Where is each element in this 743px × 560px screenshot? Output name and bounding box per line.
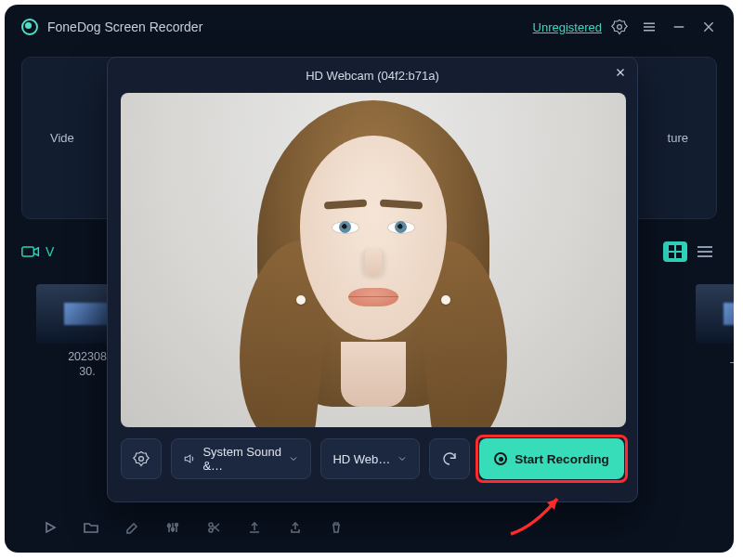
start-recording-label: Start Recording (515, 452, 608, 466)
view-controls (663, 241, 717, 262)
unregistered-link[interactable]: Unregistered (533, 20, 602, 34)
tab-video[interactable]: V (21, 244, 54, 259)
svg-point-1 (618, 25, 622, 30)
svg-rect-12 (676, 253, 682, 258)
close-icon[interactable] (615, 67, 626, 78)
camera-select[interactable]: HD Web… (320, 438, 420, 479)
app-logo-icon (21, 19, 38, 35)
svg-point-22 (176, 524, 178, 527)
start-recording-wrapper: Start Recording (479, 438, 624, 479)
thumbnail-icon (696, 284, 734, 344)
scissors-icon[interactable] (205, 519, 222, 536)
svg-marker-16 (46, 523, 55, 532)
svg-rect-9 (669, 245, 674, 251)
refresh-button[interactable] (429, 438, 470, 479)
edit-icon[interactable] (124, 519, 140, 536)
mode-label-left: Vide (50, 131, 74, 145)
trash-icon[interactable] (328, 519, 345, 536)
svg-marker-29 (134, 452, 150, 466)
record-icon (494, 452, 507, 465)
modal-title: HD Webcam (04f2:b71a) (306, 69, 439, 83)
camera-select-label: HD Web… (332, 452, 390, 466)
app-window: FoneDog Screen Recorder Unregistered Vid… (5, 5, 734, 553)
camera-icon (21, 244, 40, 259)
face-icon (257, 100, 489, 407)
list-item[interactable]: _0557 4 (696, 284, 734, 440)
refresh-icon (441, 450, 458, 467)
play-icon[interactable] (42, 519, 59, 536)
svg-marker-0 (612, 20, 628, 34)
thumbnail-caption: 202308 30. (68, 349, 107, 380)
modal-controls: System Sound &… HD Web… (108, 427, 637, 490)
folder-icon[interactable] (83, 519, 99, 536)
bottom-toolbar (42, 519, 345, 536)
svg-point-23 (209, 523, 213, 527)
list-icon[interactable] (693, 241, 717, 262)
svg-point-21 (172, 528, 175, 531)
svg-point-30 (139, 457, 144, 462)
webcam-preview (121, 93, 626, 427)
app-title: FoneDog Screen Recorder (47, 20, 533, 34)
settings-button[interactable] (121, 438, 162, 479)
audio-source-select[interactable]: System Sound &… (171, 438, 311, 479)
svg-point-20 (168, 525, 171, 527)
chevron-down-icon (288, 453, 299, 464)
menu-icon[interactable] (641, 19, 658, 35)
eq-icon[interactable] (164, 519, 181, 536)
start-recording-button[interactable]: Start Recording (479, 438, 624, 479)
share-icon[interactable] (287, 519, 304, 536)
titlebar: FoneDog Screen Recorder Unregistered (5, 5, 734, 49)
audio-source-label: System Sound &… (202, 445, 288, 473)
svg-rect-11 (669, 253, 674, 258)
webcam-modal: HD Webcam (04f2:b71a) (107, 57, 638, 502)
thumbnail-caption: _0557 4 (731, 349, 734, 380)
tab-label: V (46, 244, 54, 259)
mode-label-right: ture (668, 131, 688, 145)
minimize-icon[interactable] (671, 19, 687, 35)
upload-icon[interactable] (246, 519, 263, 536)
svg-rect-10 (676, 245, 682, 251)
chevron-down-icon (397, 453, 408, 464)
modal-header: HD Webcam (04f2:b71a) (108, 58, 637, 93)
grid-icon[interactable] (663, 241, 687, 262)
window-controls (611, 19, 717, 35)
gear-icon[interactable] (611, 19, 628, 35)
gear-icon (133, 450, 150, 467)
close-icon[interactable] (700, 19, 717, 35)
svg-point-24 (209, 528, 213, 532)
speaker-icon (183, 451, 195, 466)
svg-rect-8 (22, 247, 33, 256)
